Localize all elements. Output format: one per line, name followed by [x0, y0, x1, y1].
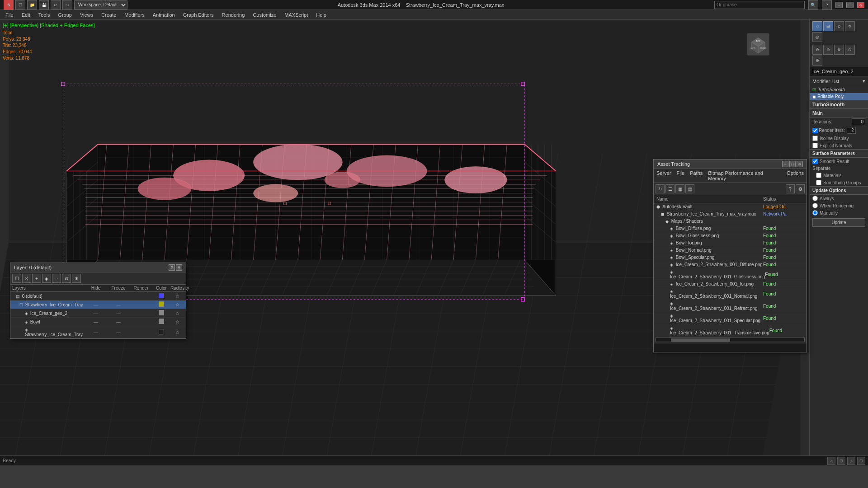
- asset-row-5[interactable]: ◈ Bowl_Ior.png Found: [654, 239, 807, 247]
- layer-row-4[interactable]: ◈ Strawberry_Ice_Cream_Tray — — ☆: [10, 326, 186, 338]
- asset-list-btn[interactable]: ▦: [675, 184, 684, 193]
- menu-customize[interactable]: Customize: [249, 11, 280, 19]
- menu-create[interactable]: Create: [98, 11, 120, 19]
- iterations-input[interactable]: [852, 118, 865, 125]
- isoline-checkbox[interactable]: [812, 136, 818, 141]
- menu-modifiers[interactable]: Modifiers: [121, 11, 148, 19]
- asset-menu-paths[interactable]: Paths: [690, 170, 703, 181]
- asset-scrollbar[interactable]: [656, 338, 805, 342]
- modifier-checkbox[interactable]: ☑: [812, 88, 816, 92]
- asset-row-6[interactable]: ◈ Bowl_Normal.png Found: [654, 247, 807, 254]
- bottom-icon-4[interactable]: ⊡: [857, 457, 865, 465]
- layer-delete-btn[interactable]: ✕: [22, 274, 31, 283]
- layer-row-3[interactable]: ◈ Bowl — — ☆: [10, 318, 186, 326]
- layer-move-btn[interactable]: →: [52, 274, 61, 283]
- asset-row-9[interactable]: ◈ Ice_Cream_2_Strawberry_001_Glossiness.…: [654, 268, 807, 281]
- smoothing-groups-checkbox[interactable]: [816, 180, 821, 185]
- bottom-icon-1[interactable]: ◁: [827, 457, 835, 465]
- manually-radio[interactable]: [812, 210, 818, 216]
- update-button[interactable]: Update: [812, 218, 865, 227]
- smooth-result-checkbox[interactable]: [812, 159, 818, 164]
- asset-row-13[interactable]: ◈ Ice_Cream_2_Strawberry_001_Specular.pn…: [654, 312, 807, 324]
- asset-dialog-maximize[interactable]: □: [789, 161, 796, 167]
- asset-row-4[interactable]: ◈ Bowl_Glossiness.png Found: [654, 232, 807, 239]
- asset-row-8[interactable]: ◈ Ice_Cream_2_Strawberry_001_Diffuse.png…: [654, 261, 807, 268]
- help-btn[interactable]: ?: [822, 0, 832, 10]
- asset-scroll-thumb[interactable]: [671, 338, 730, 342]
- icon-5[interactable]: ⊚: [812, 56, 822, 66]
- hier-icon-btn[interactable]: ⊘: [834, 21, 844, 31]
- layer-new-btn[interactable]: ☐: [12, 274, 21, 283]
- menu-maxscript[interactable]: MAXScript: [281, 11, 311, 19]
- layer-row-2[interactable]: ◈ Ice_Cream_geo_2 — — ☆: [10, 309, 186, 318]
- menu-tools[interactable]: Tools: [35, 11, 54, 19]
- menu-views[interactable]: Views: [76, 11, 97, 19]
- color-swatch-1[interactable]: [159, 301, 164, 307]
- icon-4[interactable]: ⊙: [845, 45, 855, 55]
- workspace-selector[interactable]: Workspace: Default: [74, 0, 127, 9]
- asset-dialog-close[interactable]: ✕: [797, 161, 803, 167]
- asset-row-12[interactable]: ◈ Ice_Cream_2_Strawberry_001_Refract.png…: [654, 300, 807, 312]
- layer-dialog-title-bar[interactable]: Layer: 0 (default) ? ✕: [10, 263, 186, 272]
- maximize-btn[interactable]: □: [846, 2, 854, 8]
- bottom-icon-2[interactable]: ⊞: [837, 457, 845, 465]
- undo-btn[interactable]: ↩: [51, 0, 61, 10]
- menu-graph-editors[interactable]: Graph Editors: [179, 11, 217, 19]
- asset-dialog-minimize[interactable]: −: [782, 161, 788, 167]
- asset-row-3[interactable]: ◈ Bowl_Diffuse.png Found: [654, 225, 807, 232]
- layer-add-btn[interactable]: +: [32, 274, 41, 283]
- search-btn[interactable]: 🔍: [808, 0, 818, 10]
- always-radio[interactable]: [812, 196, 818, 201]
- asset-detail-btn[interactable]: ▤: [685, 184, 694, 193]
- asset-row-14[interactable]: ◈ Ice_Cream_2_Strawberry_001_Transmissiv…: [654, 324, 807, 337]
- explicit-normals-checkbox[interactable]: [812, 143, 818, 148]
- close-btn[interactable]: ✕: [857, 2, 864, 8]
- color-swatch-0[interactable]: [159, 293, 164, 298]
- layer-dialog-close[interactable]: ✕: [176, 264, 182, 271]
- menu-animation[interactable]: Animation: [149, 11, 179, 19]
- asset-row-11[interactable]: ◈ Ice_Cream_2_Strawberry_001_Normal.png …: [654, 288, 807, 300]
- menu-edit[interactable]: Edit: [18, 11, 34, 19]
- menu-group[interactable]: Group: [54, 11, 75, 19]
- materials-checkbox[interactable]: [816, 173, 821, 178]
- color-swatch-4[interactable]: [159, 329, 164, 334]
- color-swatch-2[interactable]: [159, 310, 164, 315]
- modifier-turbosmoothstacked[interactable]: ☑ TurboSmooth: [810, 86, 868, 93]
- menu-rendering[interactable]: Rendering: [218, 11, 249, 19]
- save-btn[interactable]: 💾: [39, 0, 49, 10]
- new-btn[interactable]: ☐: [15, 0, 25, 10]
- mot-icon-btn[interactable]: ↻: [845, 21, 855, 31]
- search-input[interactable]: [714, 1, 805, 9]
- layer-freeze-btn[interactable]: ❄: [72, 274, 81, 283]
- icon-2[interactable]: ⊕: [823, 45, 833, 55]
- bottom-icon-3[interactable]: ▷: [847, 457, 855, 465]
- modifier-editpoly-stacked[interactable]: ◼ Editable Poly: [810, 93, 868, 100]
- menu-file[interactable]: File: [2, 11, 17, 19]
- asset-row-10[interactable]: ◈ Ice_Cream_2_Strawberry_001_Ior.png Fou…: [654, 281, 807, 288]
- asset-view-btn[interactable]: ☰: [665, 184, 675, 193]
- asset-refresh-btn[interactable]: ↻: [656, 184, 665, 193]
- layer-hide-btn[interactable]: ⊚: [62, 274, 71, 283]
- redo-btn[interactable]: ↪: [62, 0, 72, 10]
- icon-1[interactable]: ⊛: [812, 45, 822, 55]
- disp-icon-btn[interactable]: ◎: [812, 32, 822, 42]
- modifier-list-arrow[interactable]: ▾: [863, 78, 865, 84]
- asset-row-2[interactable]: ◆ Maps / Shaders: [654, 218, 807, 225]
- obj-icon-btn[interactable]: ◇: [812, 21, 822, 31]
- render-iters-checkbox[interactable]: [812, 128, 818, 133]
- when-rendering-radio[interactable]: [812, 203, 818, 208]
- render-iters-input[interactable]: [847, 127, 856, 134]
- layer-select-btn[interactable]: ◈: [42, 274, 51, 283]
- asset-menu-options[interactable]: Options: [787, 170, 804, 181]
- open-btn[interactable]: 📁: [27, 0, 37, 10]
- icon-3[interactable]: ⊗: [834, 45, 844, 55]
- asset-row-1[interactable]: ◼ Strawberry_Ice_Cream_Tray_max_vray.max…: [654, 211, 807, 218]
- color-swatch-3[interactable]: [159, 319, 164, 324]
- asset-menu-server[interactable]: Server: [656, 170, 671, 181]
- mod-icon-btn[interactable]: ⊞: [823, 21, 833, 31]
- asset-menu-file[interactable]: File: [676, 170, 684, 181]
- layer-dialog-help[interactable]: ?: [169, 264, 175, 271]
- menu-help[interactable]: Help: [312, 11, 330, 19]
- asset-settings-btn[interactable]: ⚙: [796, 184, 805, 193]
- asset-row-0[interactable]: ⬢ Autodesk Vault Logged Ou: [654, 203, 807, 211]
